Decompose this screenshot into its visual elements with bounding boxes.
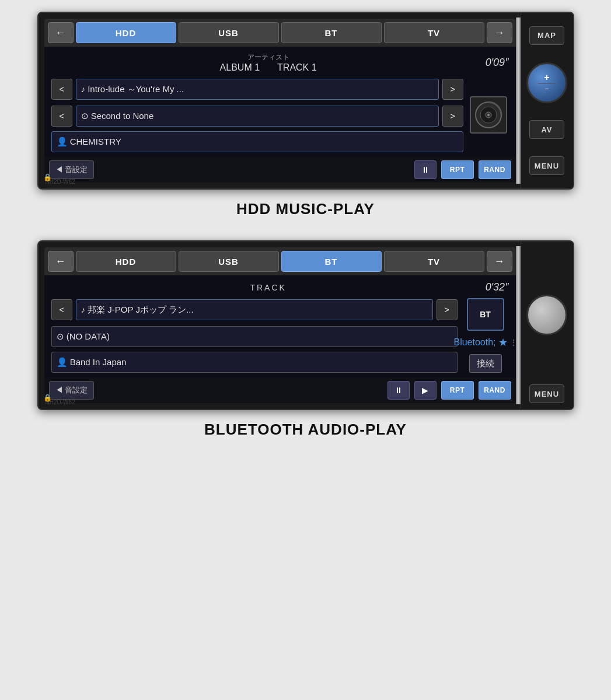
artist-name-text: 👤 CHEMISTRY	[57, 136, 121, 147]
bt-bottom-controls: ◀ 音設定 ⏸ ▶ RPT RAND	[44, 377, 516, 403]
rand-btn[interactable]: RAND	[479, 160, 511, 179]
hdd-bottom-controls: ◀ 音設定 ⏸ RPT RAND	[44, 157, 516, 183]
song-next-btn[interactable]: >	[442, 79, 463, 100]
bt-tab-usb[interactable]: USB	[179, 251, 279, 272]
connect-btn[interactable]: 接続	[469, 354, 502, 373]
bt-song-row: < ♪ 邦楽 J-POP Jポップ ラン... >	[51, 298, 458, 321]
hdd-content: アーティスト ALBUM 1 TRACK 1 0′09″ <	[44, 47, 516, 157]
bt-menu-btn[interactable]: MENU	[529, 384, 564, 403]
song-title-box[interactable]: ♪ Intro-lude ～You're My ...	[76, 79, 439, 100]
track-info-row: アーティスト ALBUM 1 TRACK 1 0′09″	[51, 51, 509, 74]
artist-label-jp: アーティスト	[247, 52, 289, 62]
album-info: ALBUM 1	[220, 62, 260, 73]
bt-song-prev-btn[interactable]: <	[51, 299, 72, 320]
album-name-box[interactable]: ⊙ Second to None	[76, 106, 439, 127]
time-display: 0′09″	[486, 57, 509, 69]
bt-album-name-text: ⊙ (NO DATA)	[57, 331, 110, 342]
svg-point-3	[487, 114, 490, 116]
bt-volume-knob[interactable]	[526, 295, 567, 335]
bt-side-panel: MENU	[521, 242, 573, 409]
bt-artist-name-text: 👤 Band In Japan	[57, 357, 127, 368]
volume-knob[interactable]: + −	[526, 62, 567, 103]
album-row: < ⊙ Second to None >	[51, 104, 463, 128]
tab-forward-btn[interactable]: →	[487, 22, 512, 43]
bt-song-title-text: ♪ 邦楽 J-POP Jポップ ラン...	[81, 304, 194, 316]
bt-track-label: TRACK	[250, 283, 286, 292]
bt-lock-icon: 🔒	[44, 394, 52, 402]
pause-btn[interactable]: ⏸	[414, 160, 437, 179]
lock-icon: 🔒	[44, 173, 52, 181]
disc-icon	[470, 96, 507, 134]
bt-rpt-btn[interactable]: RPT	[441, 381, 474, 400]
tab-bt[interactable]: BT	[281, 22, 382, 43]
menu-btn[interactable]: MENU	[529, 156, 564, 175]
album-track-info: ALBUM 1 TRACK 1	[220, 62, 317, 73]
tab-usb[interactable]: USB	[179, 22, 279, 43]
bt-tab-forward-btn[interactable]: →	[487, 251, 512, 272]
bt-play-btn[interactable]: ▶	[414, 381, 437, 400]
bt-unit: ← HDD USB BT TV → TRACK 0′32″	[37, 240, 574, 410]
bluetooth-icon: Bluetooth;	[453, 337, 495, 348]
bt-sound-settings-btn[interactable]: ◀ 音設定	[49, 381, 95, 400]
bt-track-info-row: TRACK 0′32″	[51, 280, 509, 295]
bt-tab-back-btn[interactable]: ←	[48, 251, 74, 272]
bt-track-rows: < ♪ 邦楽 J-POP Jポップ ラン... > ⊙ (NO DATA)	[51, 298, 458, 373]
bt-main-content-grid: < ♪ 邦楽 J-POP Jポップ ラン... > ⊙ (NO DATA)	[51, 298, 509, 373]
hdd-unit-label: HDD MUSIC-PLAY	[236, 195, 375, 225]
bt-song-next-btn[interactable]: >	[437, 299, 458, 320]
disc-art-area	[468, 78, 509, 152]
bt-song-title-box[interactable]: ♪ 邦楽 J-POP Jポップ ラン...	[76, 299, 433, 320]
tab-back-btn[interactable]: ←	[48, 22, 74, 43]
bt-rand-btn[interactable]: RAND	[479, 381, 511, 400]
main-content-grid: < ♪ Intro-lude ～You're My ... > < ⊙ Seco…	[51, 78, 509, 152]
bt-album-row: ⊙ (NO DATA)	[51, 325, 458, 348]
bt-pause-btn[interactable]: ⏸	[387, 381, 410, 400]
rpt-btn[interactable]: RPT	[441, 160, 474, 179]
track-info: TRACK 1	[277, 62, 317, 73]
track-rows: < ♪ Intro-lude ～You're My ... > < ⊙ Seco…	[51, 78, 463, 152]
bt-content: TRACK 0′32″ < ♪ 邦楽 J-POP Jポップ ラン... >	[44, 275, 516, 377]
song-title-text: ♪ Intro-lude ～You're My ...	[81, 84, 184, 95]
tab-tv[interactable]: TV	[384, 22, 484, 43]
song-prev-btn[interactable]: <	[51, 79, 72, 100]
album-next-btn[interactable]: >	[442, 106, 463, 127]
bt-tab-tv[interactable]: TV	[384, 251, 484, 272]
bt-status-indicator: Bluetooth; ★ ⋮	[453, 336, 515, 349]
volume-plus-label: +	[544, 73, 549, 82]
av-btn[interactable]: AV	[529, 120, 564, 139]
bt-tab-bt[interactable]: BT	[281, 251, 382, 272]
map-btn[interactable]: MAP	[529, 26, 564, 45]
bt-artist-row: 👤 Band In Japan	[51, 352, 458, 373]
artist-name-box: 👤 CHEMISTRY	[51, 131, 463, 152]
hdd-screen: ← HDD USB BT TV → アーティスト ALBUM 1 TRACK 1	[44, 19, 516, 183]
bt-label: BT	[480, 310, 491, 319]
hdd-unit: ← HDD USB BT TV → アーティスト ALBUM 1 TRACK 1	[37, 12, 574, 190]
bt-unit-label: BLUETOOTH AUDIO-PLAY	[204, 416, 407, 446]
artist-row: 👤 CHEMISTRY	[51, 131, 463, 152]
song-row: < ♪ Intro-lude ～You're My ... >	[51, 78, 463, 101]
bt-artist-name-box: 👤 Band In Japan	[51, 352, 458, 373]
sound-settings-btn[interactable]: ◀ 音設定	[49, 160, 95, 179]
bt-tab-hdd[interactable]: HDD	[76, 251, 176, 272]
tab-hdd[interactable]: HDD	[76, 22, 176, 43]
bt-tab-bar: ← HDD USB BT TV →	[44, 247, 516, 275]
album-prev-btn[interactable]: <	[51, 106, 72, 127]
bt-screen: ← HDD USB BT TV → TRACK 0′32″	[44, 247, 516, 403]
album-name-text: ⊙ Second to None	[81, 111, 154, 121]
bt-icon-box: BT	[467, 298, 504, 331]
bt-album-name-box[interactable]: ⊙ (NO DATA)	[51, 326, 458, 347]
volume-minus-label: −	[544, 85, 549, 92]
hdd-side-panel: MAP + − AV MENU	[521, 13, 573, 188]
hdd-tab-bar: ← HDD USB BT TV →	[44, 19, 516, 47]
bt-time-display: 0′32″	[486, 281, 509, 293]
